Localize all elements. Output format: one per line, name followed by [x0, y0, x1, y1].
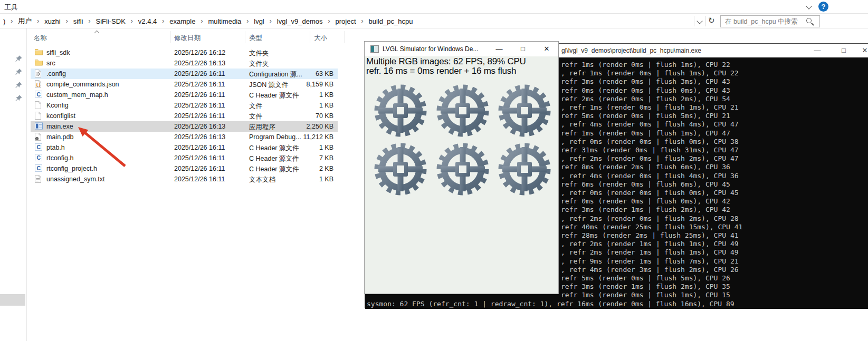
file-size: 70 KB	[272, 112, 333, 120]
search-box[interactable]	[720, 15, 820, 27]
address-dropdown-chevron-icon[interactable]	[697, 18, 702, 24]
gear-image	[436, 84, 489, 137]
breadcrumb-item[interactable]: SiFli-SDK	[94, 17, 126, 25]
breadcrumb-separator-icon: ›	[265, 17, 276, 25]
console-log-line: , refr 2ms (render 0ms | flush 2ms), CPU…	[561, 215, 739, 222]
lvgl-close-button[interactable]: ✕	[535, 42, 558, 56]
console-log-line: , refr 9ms (render 1ms | flush 7ms), CPU…	[561, 257, 739, 265]
address-separator	[694, 16, 694, 26]
lvgl-perf-line1: Multiple RGB images: 62 FPS, 89% CPU	[366, 57, 526, 66]
gear-image	[374, 143, 427, 196]
console-log-line: , refr 0ms (render 0ms | flush 0ms), CPU…	[561, 138, 739, 145]
breadcrumb-separator-icon: ›	[62, 17, 72, 25]
svg-text:{}: {}	[35, 82, 41, 87]
file-size: 2 KB	[272, 165, 333, 172]
pin-icon[interactable]	[15, 94, 23, 102]
refresh-icon[interactable]: ↻	[708, 16, 715, 25]
search-icon[interactable]	[806, 18, 812, 23]
console-log-line: refr 1ms (render 0ms | flush 1ms), CPU 4…	[561, 129, 730, 137]
breadcrumb-item[interactable]: example	[168, 17, 196, 25]
ribbon-collapse-chevron-icon[interactable]	[806, 3, 812, 9]
file-date: 2025/12/26 16:11	[174, 154, 225, 162]
file-row[interactable]: sifli_sdk 2025/12/26 16:12 文件夹	[31, 47, 338, 58]
console-log-line: refr 28ms (render 2ms | flush 25ms), CPU…	[561, 231, 739, 239]
console-log-line: refr 8ms (render 2ms | flush 6ms), CPU 3…	[561, 163, 730, 171]
c-file-icon: C	[35, 164, 43, 173]
pin-icon[interactable]	[15, 81, 23, 89]
console-maximize-button[interactable]: □	[832, 44, 855, 57]
breadcrumb-item[interactable]: multimedia	[207, 17, 242, 25]
search-input[interactable]	[725, 16, 804, 26]
lvgl-app-icon	[370, 45, 379, 53]
lvgl-titlebar[interactable]: LVGL Simulator for Windows De... — □ ✕	[365, 42, 558, 56]
file-row[interactable]: Kconfig 2025/12/26 16:11 文件 1 KB	[31, 100, 338, 111]
pin-icon[interactable]	[15, 55, 23, 63]
file-name: sifli_sdk	[46, 49, 70, 56]
help-button[interactable]: ?	[818, 2, 828, 12]
console-log-line: refr 40ms (render 25ms | flush 15ms), CP…	[561, 223, 742, 231]
ribbon-tab-tools[interactable]: 工具	[4, 3, 18, 12]
file-name: .config	[46, 70, 66, 77]
file-size: 7 KB	[272, 154, 333, 162]
lvgl-minimize-button[interactable]: —	[488, 42, 511, 56]
file-name: main.pdb	[46, 133, 73, 141]
console-log-line: , refr 1ms (render 0ms | flush 1ms), CPU…	[561, 69, 739, 77]
console-minimize-button[interactable]: —	[806, 44, 829, 57]
console-log-line: , refr 2ms (render 1ms | flush 1ms), CPU…	[561, 248, 739, 256]
file-type: 文件夹	[249, 60, 269, 69]
screen: 工具 ? )›用户›xuzhi›sifli›SiFli-SDK›v2.4.4›e…	[0, 0, 868, 341]
breadcrumb-item[interactable]: xuzhi	[43, 17, 61, 25]
breadcrumb-item[interactable]: project	[334, 17, 357, 25]
file-type: 文件夹	[249, 49, 269, 58]
file-date: 2025/12/26 16:13	[174, 133, 225, 141]
file-name: unassigned_sym.txt	[46, 176, 104, 183]
file-size: 1 KB	[272, 176, 333, 183]
console-log-line: refr 31ms (render 0ms | flush 31ms), CPU…	[561, 146, 739, 154]
pin-icon[interactable]	[15, 68, 23, 76]
file-row[interactable]: kconfiglist 2025/12/26 16:11 文件 70 KB	[31, 111, 338, 121]
file-row[interactable]: .config 2025/12/26 16:11 Configuration 源…	[31, 69, 338, 79]
config-file-icon	[35, 70, 43, 78]
breadcrumb-item[interactable]: )	[2, 17, 6, 25]
gear-image	[436, 143, 489, 196]
gear-image	[498, 84, 551, 137]
lvgl-maximize-button[interactable]: □	[511, 42, 535, 56]
breadcrumb-item[interactable]: lvgl	[253, 17, 265, 25]
c-file-icon: C	[35, 143, 43, 152]
breadcrumb-separator-icon: ›	[242, 17, 253, 25]
breadcrumb-item[interactable]: lvgl_v9_demos	[276, 17, 324, 25]
breadcrumb-item[interactable]: build_pc_hcpu	[368, 17, 414, 25]
lvgl-canvas: Multiple RGB images: 62 FPS, 89% CPU ref…	[365, 56, 558, 294]
file-date: 2025/12/26 16:11	[174, 102, 225, 109]
file-row[interactable]: C custom_mem_map.h 2025/12/26 16:11 C He…	[31, 90, 338, 100]
file-row[interactable]: {} compile_commands.json 2025/12/26 16:1…	[31, 79, 338, 90]
breadcrumb-separator-icon: ›	[196, 17, 207, 25]
navpane-scrollbar-thumb[interactable]	[0, 294, 25, 306]
file-type: 应用程序	[249, 123, 275, 132]
console-log-line: refr 1ms (render 0ms | flush 1ms), CPU 2…	[561, 61, 730, 69]
pdb-file-icon	[35, 133, 43, 141]
ribbon-bar: 工具 ?	[0, 0, 868, 14]
console-status-line: sysmon: 62 FPS (refr_cnt: 1 | redraw_cnt…	[367, 300, 735, 308]
svg-text:C: C	[37, 165, 41, 171]
console-title: gl\lvgl_v9_demos\project\build_pc_hcpu\m…	[561, 47, 701, 54]
console-close-button[interactable]: ✕	[853, 44, 868, 57]
breadcrumb-separator-icon: ›	[6, 17, 17, 25]
file-date: 2025/12/26 16:11	[174, 144, 225, 151]
breadcrumb: )›用户›xuzhi›sifli›SiFli-SDK›v2.4.4›exampl…	[2, 14, 414, 28]
file-size: 2,250 KB	[272, 123, 333, 130]
file-row[interactable]: unassigned_sym.txt 2025/12/26 16:11 文本文档…	[31, 174, 338, 184]
breadcrumb-item[interactable]: v2.4.4	[137, 17, 158, 25]
breadcrumb-separator-icon: ›	[158, 17, 168, 25]
exe-file-icon	[35, 122, 43, 131]
breadcrumb-item[interactable]: 用户	[17, 16, 33, 26]
file-type: 文件	[249, 102, 262, 111]
file-row[interactable]: src 2025/12/26 16:13 文件夹	[31, 58, 338, 69]
console-log-line: refr 2ms (render 0ms | flush 2ms), CPU 5…	[561, 95, 730, 103]
breadcrumb-item[interactable]: sifli	[72, 17, 84, 25]
console-log-line: refr 5ms (render 0ms | flush 5ms), CPU 2…	[561, 112, 730, 120]
breadcrumb-separator-icon: ›	[84, 17, 94, 25]
breadcrumb-separator-icon: ›	[33, 17, 43, 25]
file-type: 文件	[249, 112, 262, 121]
file-name: main.exe	[46, 123, 73, 130]
